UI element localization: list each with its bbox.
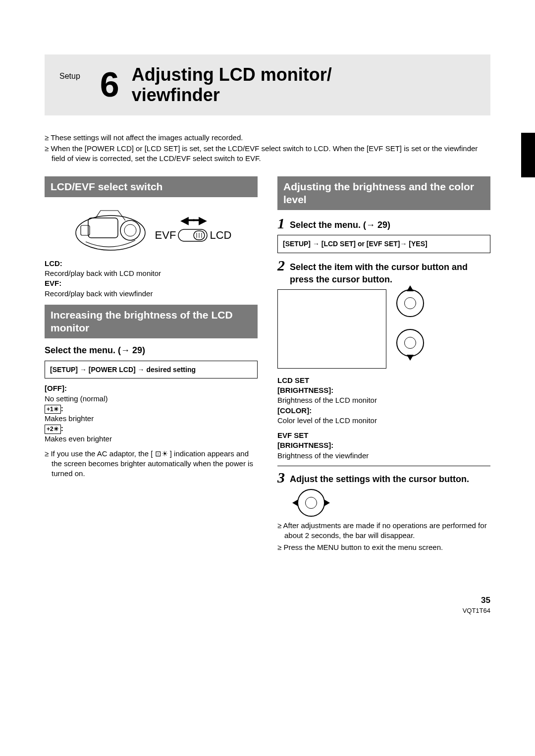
brightness-desc: Brightness of the LCD monitor bbox=[277, 395, 490, 405]
bright2-desc: Makes even brighter bbox=[45, 434, 258, 444]
step-number: 3 bbox=[277, 470, 285, 485]
intro-notes: These settings will not affect the image… bbox=[45, 133, 490, 164]
step-3: 3 Adjust the settings with the cursor bu… bbox=[277, 470, 490, 485]
svg-point-0 bbox=[76, 216, 145, 250]
section-title: Adjusting LCD monitor/viewfinder bbox=[132, 64, 332, 106]
camcorder-icon bbox=[71, 203, 150, 253]
bright2-icon: +2☀: bbox=[45, 424, 63, 432]
lcd-evf-diagram: ◀━━▶ EVF LCD bbox=[45, 203, 258, 253]
power-lcd-options: [OFF]: No setting (normal) +1☀: Makes br… bbox=[45, 383, 258, 444]
bright1-icon: +1☀: bbox=[45, 404, 63, 413]
title-block: Setup 6 Adjusting LCD monitor/viewfinder bbox=[45, 54, 490, 115]
brightness-label: [BRIGHTNESS]: bbox=[277, 386, 333, 394]
slider-switch-icon bbox=[178, 229, 208, 242]
cursor-left-right-icon bbox=[297, 489, 325, 517]
page-footer: 35 VQT1T64 bbox=[45, 595, 490, 615]
right-column: Adjusting the brightness and the color l… bbox=[277, 176, 490, 555]
step-text: Adjust the settings with the cursor butt… bbox=[290, 470, 469, 485]
section-header-lcd-evf-switch: LCD/EVF select switch bbox=[45, 176, 258, 197]
cursor-down-press-icon bbox=[396, 329, 424, 357]
step3-notes: After adjustments are made if no operati… bbox=[277, 521, 490, 552]
off-label: [OFF]: bbox=[45, 384, 67, 392]
lcd-label: LCD bbox=[210, 228, 231, 243]
evf-label: EVF bbox=[155, 228, 176, 243]
double-arrow-icon: ◀━━▶ bbox=[155, 213, 232, 228]
color-label: [COLOR]: bbox=[277, 406, 312, 415]
step-number: 2 bbox=[277, 258, 285, 273]
step-text: Select the item with the cursor button a… bbox=[290, 258, 490, 285]
step-2: 2 Select the item with the cursor button… bbox=[277, 258, 490, 285]
menu-path-box: [SETUP] → [POWER LCD] → desired setting bbox=[45, 361, 258, 379]
svg-point-3 bbox=[124, 224, 136, 236]
page-edge-tab bbox=[521, 133, 535, 177]
section-header-adjust-brightness-color: Adjusting the brightness and the color l… bbox=[277, 176, 490, 211]
evf-brightness-label: [BRIGHTNESS]: bbox=[277, 441, 333, 449]
off-desc: No setting (normal) bbox=[45, 394, 258, 404]
step-number: 1 bbox=[277, 216, 285, 231]
color-desc: Color level of the LCD monitor bbox=[277, 416, 490, 426]
doc-code: VQT1T64 bbox=[45, 606, 490, 615]
step-1: 1 Select the menu. (→ 29) bbox=[277, 216, 490, 231]
evf-def-text: Record/play back with viewfinder bbox=[45, 289, 258, 299]
intro-bullet: When the [POWER LCD] or [LCD SET] is set… bbox=[45, 144, 490, 164]
evf-def-label: EVF: bbox=[45, 279, 61, 287]
svg-rect-5 bbox=[178, 229, 207, 241]
bright1-desc: Makes brighter bbox=[45, 414, 258, 424]
lcd-set-defs: LCD SET [BRIGHTNESS]: Brightness of the … bbox=[277, 376, 490, 426]
step-text: Select the menu. (→ 29) bbox=[290, 216, 390, 231]
page-number: 35 bbox=[45, 595, 490, 606]
ac-adaptor-note: If you use the AC adaptor, the [ ⊡☀ ] in… bbox=[45, 449, 258, 479]
lcd-evf-descriptions: LCD: Record/play back with LCD monitor E… bbox=[45, 259, 258, 299]
setup-label: Setup bbox=[59, 71, 80, 82]
evfset-heading: EVF SET bbox=[277, 431, 490, 440]
divider bbox=[277, 466, 490, 466]
lcd-screen-placeholder bbox=[277, 289, 386, 369]
evf-set-defs: EVF SET [BRIGHTNESS]: Brightness of the … bbox=[277, 431, 490, 461]
step-text: Select the menu. (→ 29) bbox=[45, 344, 145, 356]
cursor-up-icon bbox=[396, 289, 424, 317]
evf-brightness-desc: Brightness of the viewfinder bbox=[277, 451, 490, 461]
step-select-menu: Select the menu. (→ 29) bbox=[45, 344, 258, 356]
menu-path-box: [SETUP] → [LCD SET] or [EVF SET]→ [YES] bbox=[277, 235, 490, 253]
svg-point-2 bbox=[120, 220, 140, 240]
lcdset-heading: LCD SET bbox=[277, 376, 490, 385]
section-number: 6 bbox=[100, 67, 119, 102]
lcd-def-label: LCD: bbox=[45, 259, 62, 268]
left-column: LCD/EVF select switch ◀━━▶ EVF bbox=[45, 176, 258, 555]
intro-bullet: These settings will not affect the image… bbox=[45, 133, 490, 143]
cursor-diagram bbox=[277, 289, 490, 369]
section-header-increase-brightness: Increasing the brightness of the LCD mon… bbox=[45, 305, 258, 339]
svg-rect-1 bbox=[88, 218, 118, 238]
cursor-lr-diagram bbox=[297, 489, 490, 517]
lcd-def-text: Record/play back with LCD monitor bbox=[45, 269, 258, 278]
